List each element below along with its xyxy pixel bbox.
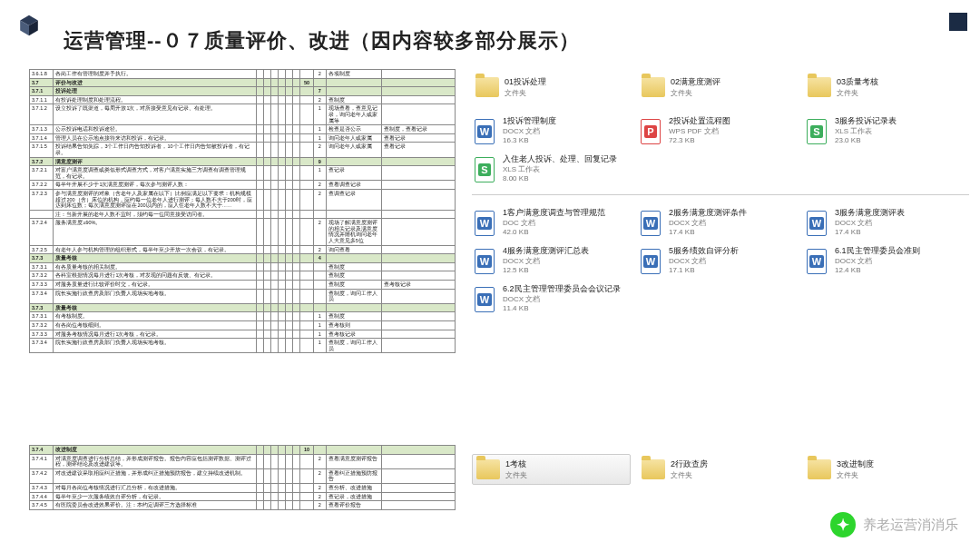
- table-section-2: 3.7.4改进制度103.7.4.1对满意度调查进行分析总结，并形成测评报告。报…: [29, 445, 456, 510]
- table-row: 3.7.2满意度测评9: [30, 157, 456, 166]
- folder-icon: [808, 459, 831, 479]
- table-row: 3.7.4.4每半年至少一次服务绩效自评分析，有记录。2查记录，改进措施: [30, 492, 456, 501]
- cube-icon: [16, 13, 42, 42]
- folder-item[interactable]: 03质量考核 文件夹: [804, 73, 963, 102]
- wechat-icon: ✦: [830, 512, 856, 537]
- table-row: 3.7.1.2设立投诉了既渠道，每周开放1次，对所接受意见有记录、有处理。1现场…: [30, 104, 456, 125]
- table-row: 3.7.3.2有各岗位考核细则。1查考核则: [30, 321, 456, 330]
- watermark-text: 养老运营消消乐: [863, 517, 958, 534]
- bottom-folder-row: 1考核 文件夹 2行政查房 文件夹 3改进制度 文件夹: [472, 454, 969, 499]
- file-item[interactable]: W 1客户满意度调查与管理规范 DOC 文档 42.0 KB: [472, 208, 631, 239]
- folder-item[interactable]: 3改进制度 文件夹: [804, 454, 963, 485]
- table-row: 3.7.2.2每半年开展不少于1次满意度测评，每次参与测评人数：2查看调查记录: [30, 181, 456, 190]
- folder-icon: [475, 77, 499, 97]
- table-row: 3.7.2.3参与满意度测评的对象（含老年人及家属在以下）比例应满足以下要求：机…: [30, 189, 456, 210]
- table-row: 3.7.4改进制度10: [30, 446, 456, 455]
- table-row: 注：当新开展的老年人数不宜时，须约每一位同意接受访问者。: [30, 210, 456, 219]
- folder-item[interactable]: 2行政查房 文件夹: [638, 454, 797, 485]
- folder-icon: [476, 459, 500, 479]
- table-row: 3.7.4.2对改进建议采取相应纠正措施，并形成纠正措施预防报告，建立持续改进机…: [30, 468, 456, 483]
- table-row: 3.7.3.4院长实施行政查房及部门负责人现场实地考核。1查制度，询问工作人员: [30, 339, 456, 353]
- table-row: 3.7.3质量考核4: [30, 254, 456, 263]
- file-explorer: 01投诉处理 文件夹 02满意度测评 文件夹 03质量考核 文件夹 W 1投诉管…: [472, 73, 969, 322]
- file-icon: W: [475, 119, 495, 144]
- table-row: 3.7.1.4管理人员在公示地点接待来访和投诉，有记录。1询问老年人或家属查看记…: [30, 133, 456, 143]
- file-item[interactable]: W 3服务满意度测评表 DOCX 文档 17.4 KB: [804, 208, 963, 239]
- table-row: 3.7.1.3公示投诉电话和投诉途径。1检查是否公示查制度，查看记录: [30, 125, 456, 134]
- folder-icon: [642, 459, 665, 479]
- folder-item[interactable]: 02满意度测评 文件夹: [638, 73, 797, 102]
- file-item[interactable]: W 6.2民主管理管理委员会会议记录 DOCX 文档 11.4 KB: [472, 284, 631, 315]
- corner-block: [949, 13, 967, 31]
- file-icon: S: [475, 157, 495, 182]
- file-item[interactable]: S 3服务投诉记录表 XLS 工作表 23.0 KB: [804, 116, 963, 147]
- table-row: 3.7评价与改进50: [30, 78, 456, 87]
- file-item[interactable]: S 入住老人投诉、处理、回复记录 XLS 工作表 8.00 KB: [472, 154, 631, 185]
- table-row: 3.7.1投诉处理7: [30, 87, 456, 96]
- table-row: 3.7.1.1有投诉处理制度和处理流程。2查制度: [30, 95, 456, 104]
- file-icon: P: [641, 119, 661, 144]
- table-row: 3.7.3质量考核: [30, 303, 456, 312]
- table-row: 3.7.3.2各科室根据情况每月进行1次考核，对发现的问题有反馈、有记录。查制度: [30, 271, 456, 281]
- file-icon: W: [641, 249, 661, 274]
- file-icon: S: [807, 119, 827, 144]
- table-row: 3.7.2.1对富户满意度调查或类似形式调查方式，对客户满意实施三方调查有调查管…: [30, 166, 456, 181]
- file-icon: W: [475, 211, 495, 236]
- folder-icon: [808, 77, 831, 97]
- watermark: ✦ 养老运营消消乐: [830, 512, 958, 537]
- table-row: 3.7.4.1对满意度调查进行分析总结，并形成测评报告。报告内容应包括测评数据、…: [30, 454, 456, 468]
- table-row: 3.7.3.1有各质量考核的相关制度。查制度: [30, 262, 456, 271]
- table-section-1: 3.6.1.8各岗工作有管理制度并予执行。2各项制度3.7评价与改进503.7.…: [29, 69, 456, 353]
- table-row: 3.7.2.5有老年人参与机构管理的组织形式，每半年至少开放一次会议，有记录。2…: [30, 245, 456, 254]
- file-item[interactable]: W 5服务绩效自评分析 DOCX 文档 17.1 KB: [638, 246, 797, 277]
- file-item[interactable]: W 2服务满意度测评条件 DOCX 文档 17.4 KB: [638, 208, 797, 239]
- folder-item[interactable]: 01投诉处理 文件夹: [472, 73, 631, 102]
- table-row: 3.7.3.1有考核制度。1查制度: [30, 312, 456, 321]
- table-row: 3.7.4.5有医院委员会改进效果评价。注：本约定调评三方选择标准2查看评价报告: [30, 501, 456, 510]
- folder-icon: [642, 77, 665, 97]
- file-icon: W: [807, 249, 827, 274]
- table-row: 3.7.4.3对每月各岗位考核情况进行汇总分析，有改进措施。2查分析、改进措施: [30, 483, 456, 492]
- file-item[interactable]: W 1投诉管理制度 DOCX 文档 16.3 KB: [472, 116, 631, 147]
- file-icon: W: [475, 249, 495, 274]
- table-row: 3.7.1.5投诉结果告知失踪，3个工作日内告知投诉者，10个工作日内告知被投诉…: [30, 143, 456, 157]
- table-row: 3.7.3.3对服务质量进行比较评价时交，有记录。查制度查考核记录: [30, 281, 456, 290]
- file-item[interactable]: W 6.1民主管理委员会准则 DOCX 文档 12.4 KB: [804, 246, 963, 277]
- table-row: 3.7.3.3对服务考核情况每月进行1次考核，有记录。1查考核记录: [30, 330, 456, 339]
- file-icon: W: [475, 287, 495, 312]
- file-icon: W: [807, 211, 827, 236]
- table-row: 3.6.1.8各岗工作有管理制度并予执行。2各项制度: [30, 70, 456, 79]
- table-row: 3.7.3.4院长实施行政查房及部门负责人现场实地考核。查制度，询问工作人员: [30, 289, 456, 303]
- file-item[interactable]: P 2投诉处置流程图 WPS PDF 文档 72.3 KB: [638, 116, 797, 147]
- file-item[interactable]: W 4服务满意度测评汇总表 DOCX 文档 12.5 KB: [472, 246, 631, 277]
- table-row: 3.7.2.4服务满意度≥90%。2现场了解满意度测评的相关记录及满意度情况并随…: [30, 219, 456, 245]
- page-title: 运营管理--０７质量评价、改进（因内容较多部分展示）: [64, 27, 580, 54]
- file-icon: W: [641, 211, 661, 236]
- folder-item[interactable]: 1考核 文件夹: [472, 454, 631, 485]
